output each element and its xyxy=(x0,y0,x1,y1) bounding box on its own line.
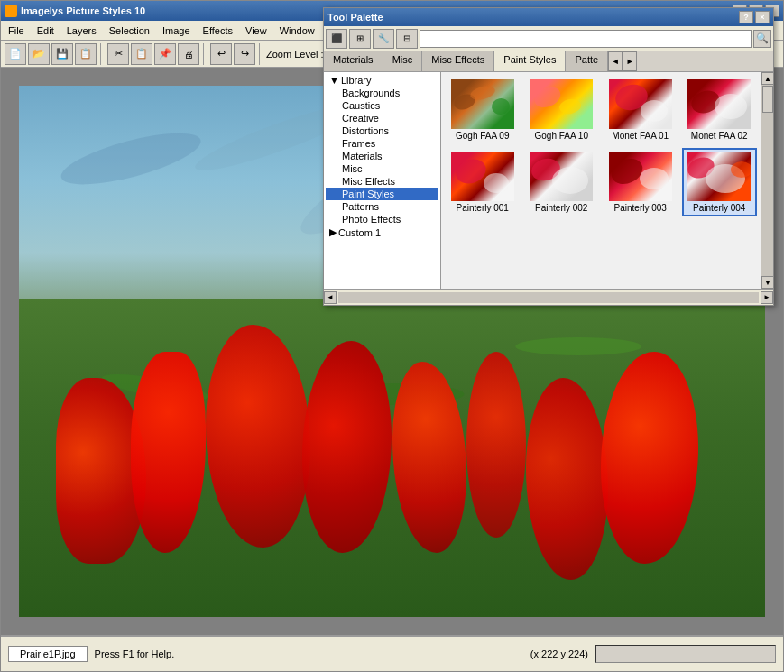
tab-patterns[interactable]: Patte xyxy=(566,51,608,71)
scroll-up-button[interactable]: ▲ xyxy=(761,72,774,85)
file-tab[interactable]: Prairie1P.jpg xyxy=(8,646,88,662)
tree-item-label: Misc xyxy=(342,163,363,174)
thumb-label-monet-01: Monet FAA 01 xyxy=(609,131,672,141)
scroll-thumb[interactable] xyxy=(762,86,773,113)
title-bar-left: Imagelys Picture Styles 10 xyxy=(5,5,145,17)
palette-title-text: Tool Palette xyxy=(327,12,383,23)
save-button[interactable]: 💾 xyxy=(51,43,73,65)
thumb-img-monet-01 xyxy=(609,79,672,129)
thumb-img-painterly-003 xyxy=(609,152,672,201)
thumb-img-painterly-004 xyxy=(687,152,751,201)
tab-misc[interactable]: Misc xyxy=(383,51,423,71)
palette-search-input[interactable] xyxy=(420,30,752,48)
thumbnail-panel: Gogh FAA 09 Gogh FAA 10 xyxy=(441,72,761,289)
tab-nav-left[interactable]: ◄ xyxy=(608,51,623,71)
tree-expand-icon: ▼ xyxy=(329,75,339,86)
menu-window[interactable]: Window xyxy=(274,23,320,38)
tree-item-backgrounds[interactable]: Backgrounds xyxy=(326,87,438,99)
tree-library-label: Library xyxy=(341,75,372,86)
thumb-label-painterly-002: Painterly 002 xyxy=(530,203,593,213)
tree-item-label: Distortions xyxy=(342,125,389,136)
tree-item-frames[interactable]: Frames xyxy=(326,137,438,150)
tree-item-patterns[interactable]: Patterns xyxy=(326,200,438,213)
paste-button[interactable]: 📌 xyxy=(154,43,176,65)
thumb-label-painterly-004: Painterly 004 xyxy=(687,203,751,213)
thumb-label-painterly-003: Painterly 003 xyxy=(609,203,672,213)
palette-toolbar: ⬛ ⊞ 🔧 ⊟ 🔍 xyxy=(324,26,773,51)
thumb-painterly-002[interactable]: Painterly 002 xyxy=(524,148,600,216)
thumbnail-grid: Gogh FAA 09 Gogh FAA 10 xyxy=(445,76,757,216)
svg-point-13 xyxy=(558,97,582,115)
svg-point-0 xyxy=(57,123,206,195)
thumb-painterly-003[interactable]: Painterly 003 xyxy=(603,148,678,216)
undo-button[interactable]: ↩ xyxy=(210,43,232,65)
lib-scroll-right[interactable]: ► xyxy=(761,291,773,304)
tree-item-label: Patterns xyxy=(342,201,379,212)
palette-help-button[interactable]: ? xyxy=(739,11,753,23)
flower-cluster-6 xyxy=(466,352,526,538)
menu-edit[interactable]: Edit xyxy=(32,23,60,38)
scroll-down-button[interactable]: ▼ xyxy=(761,276,774,289)
thumb-monet-01[interactable]: Monet FAA 01 xyxy=(603,76,678,144)
status-bar: Prairie1P.jpg Press F1 for Help. (x:222 … xyxy=(1,635,783,671)
redo-button[interactable]: ↪ xyxy=(234,43,255,65)
status-extra xyxy=(595,645,776,663)
tab-materials[interactable]: Materials xyxy=(324,51,383,71)
palette-btn-3[interactable]: 🔧 xyxy=(373,29,394,49)
tree-item-creative[interactable]: Creative xyxy=(326,112,438,124)
tree-item-custom[interactable]: ▶ Custom 1 xyxy=(326,226,438,239)
thumb-gogh-10[interactable]: Gogh FAA 10 xyxy=(524,76,600,144)
palette-close-button[interactable]: × xyxy=(755,11,770,23)
scroll-track[interactable] xyxy=(761,85,773,276)
copy-button[interactable]: 📋 xyxy=(131,43,152,65)
tab-nav-right[interactable]: ► xyxy=(623,51,637,71)
palette-btn-2[interactable]: ⊞ xyxy=(349,29,371,49)
separator-3 xyxy=(259,43,263,65)
menu-image[interactable]: Image xyxy=(157,23,196,38)
tree-item-label: Misc Effects xyxy=(342,176,395,187)
palette-title-buttons: ? × xyxy=(739,11,770,23)
tree-expand-icon: ▶ xyxy=(329,226,337,238)
separator-2 xyxy=(203,43,207,65)
palette-search-button[interactable]: 🔍 xyxy=(753,30,771,48)
palette-btn-4[interactable]: ⊟ xyxy=(396,29,418,49)
thumb-gogh-09[interactable]: Gogh FAA 09 xyxy=(445,76,521,144)
tree-library-root[interactable]: ▼ Library xyxy=(326,74,438,87)
menu-view[interactable]: View xyxy=(240,23,272,38)
thumb-monet-02[interactable]: Monet FAA 02 xyxy=(682,76,758,144)
library-tree: ▼ Library Backgrounds Caustics Creative … xyxy=(324,72,441,289)
zoom-label: Zoom Level : xyxy=(266,49,324,60)
thumb-img-painterly-001 xyxy=(451,152,514,201)
thumb-img-painterly-002 xyxy=(530,152,593,201)
tab-misc-effects[interactable]: Misc Effects xyxy=(422,51,494,71)
open-button[interactable]: 📂 xyxy=(28,43,50,65)
lib-scroll-left[interactable]: ◄ xyxy=(324,291,337,304)
tree-item-misc-effects[interactable]: Misc Effects xyxy=(326,175,438,188)
tree-item-label: Frames xyxy=(342,138,375,149)
save-as-button[interactable]: 📋 xyxy=(75,43,97,65)
tree-item-label: Paint Styles xyxy=(342,189,394,199)
thumb-painterly-001[interactable]: Painterly 001 xyxy=(445,148,521,216)
tab-paint-styles[interactable]: Paint Styles xyxy=(494,51,566,72)
tree-item-materials[interactable]: Materials xyxy=(326,150,438,162)
tree-item-label: Backgrounds xyxy=(342,87,400,98)
thumb-painterly-004[interactable]: Painterly 004 xyxy=(682,148,758,216)
tree-item-misc[interactable]: Misc xyxy=(326,162,438,175)
svg-point-11 xyxy=(490,97,511,115)
tree-item-caustics[interactable]: Caustics xyxy=(326,99,438,112)
tree-item-photo-effects[interactable]: Photo Effects xyxy=(326,213,438,226)
palette-btn-1[interactable]: ⬛ xyxy=(326,29,347,49)
tree-item-label: Creative xyxy=(342,113,379,124)
lib-horizontal-scroll[interactable] xyxy=(338,292,759,303)
tree-item-distortions[interactable]: Distortions xyxy=(326,124,438,137)
coordinates: (x:222 y:224) xyxy=(530,649,588,659)
palette-content: ▼ Library Backgrounds Caustics Creative … xyxy=(324,72,773,289)
menu-file[interactable]: File xyxy=(3,23,30,38)
cut-button[interactable]: ✂ xyxy=(107,43,129,65)
new-button[interactable]: 📄 xyxy=(5,43,26,65)
menu-effects[interactable]: Effects xyxy=(198,23,238,38)
print-button[interactable]: 🖨 xyxy=(178,43,199,65)
menu-layers[interactable]: Layers xyxy=(61,23,102,38)
tree-item-paint-styles[interactable]: Paint Styles xyxy=(326,188,438,200)
menu-selection[interactable]: Selection xyxy=(104,23,155,38)
